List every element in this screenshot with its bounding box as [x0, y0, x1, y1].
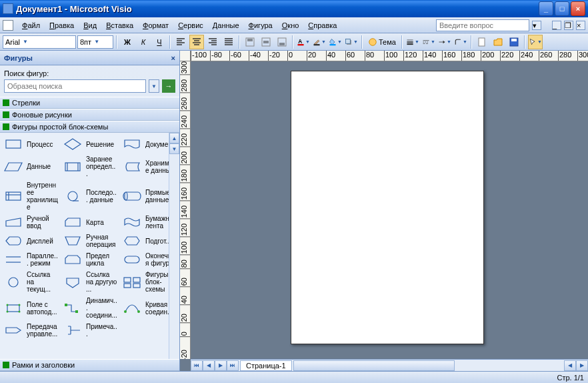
- next-page-button[interactable]: ▶: [215, 360, 227, 371]
- hscroll-track[interactable]: [293, 360, 563, 371]
- bold-button[interactable]: Ж: [120, 35, 135, 49]
- open-button[interactable]: [491, 35, 505, 49]
- search-go-button[interactable]: →: [162, 79, 175, 93]
- page-tab[interactable]: Страница-1: [240, 360, 292, 371]
- align-center-button[interactable]: [189, 35, 204, 49]
- svg-point-34: [7, 310, 9, 312]
- valign-bottom-button[interactable]: [275, 35, 289, 49]
- align-right-button[interactable]: [205, 35, 220, 49]
- menu-сервис[interactable]: Сервис: [173, 19, 208, 31]
- shape-stencil[interactable]: Ручной ввод: [1, 214, 59, 231]
- menu-файл[interactable]: Файл: [17, 19, 45, 31]
- font-color-button[interactable]: A▼: [296, 35, 311, 49]
- category-item[interactable]: Фигуры простой блок-схемы: [0, 121, 179, 133]
- scroll-down-button[interactable]: ▼: [169, 143, 179, 154]
- drawing-area: -100-80-60-40-20020406080100120140160180…: [180, 51, 588, 371]
- shadow-button[interactable]: ▼: [344, 35, 359, 49]
- shape-label: Последо... данные: [86, 189, 117, 204]
- shapes-scrollbar[interactable]: ▲ ▼: [169, 133, 179, 359]
- italic-button[interactable]: К: [136, 35, 151, 49]
- svg-point-38: [124, 310, 127, 313]
- category-item[interactable]: Стрелки: [0, 97, 179, 109]
- first-page-button[interactable]: ⏮: [191, 360, 203, 371]
- shape-stencil[interactable]: Ссылка на текущ...: [1, 270, 59, 294]
- svg-rect-29: [124, 284, 131, 288]
- shape-stencil[interactable]: Решение: [61, 135, 119, 153]
- shape-stencil[interactable]: Ссылка на другую ...: [61, 270, 119, 294]
- valign-middle-button[interactable]: [259, 35, 273, 49]
- font-select[interactable]: Arial▼: [3, 35, 76, 49]
- menu-справка[interactable]: Справка: [303, 19, 341, 31]
- svg-rect-5: [314, 44, 320, 45]
- shapes-list: ПроцессРешениеДокументДанныеЗаранее опре…: [0, 133, 179, 359]
- category-item[interactable]: Рамки и заголовки: [0, 359, 179, 371]
- close-button[interactable]: ×: [571, 1, 585, 16]
- last-page-button[interactable]: ⏭: [227, 360, 239, 371]
- ask-question-input[interactable]: [436, 19, 529, 31]
- maximize-button[interactable]: □: [555, 1, 569, 16]
- theme-button[interactable]: Тема: [365, 35, 399, 49]
- line-pattern-button[interactable]: ▼: [421, 35, 436, 49]
- menu-окно[interactable]: Окно: [277, 19, 304, 31]
- shape-icon: [3, 323, 24, 338]
- scroll-up-button[interactable]: ▲: [169, 133, 179, 143]
- shape-stencil[interactable]: Дисплей: [1, 232, 59, 250]
- shape-stencil[interactable]: Карта: [61, 214, 119, 231]
- shapes-panel-close[interactable]: ×: [171, 54, 175, 62]
- shape-stencil[interactable]: Последо... данные: [61, 180, 119, 212]
- shape-stencil[interactable]: Предел цикла: [61, 251, 119, 268]
- size-select[interactable]: 8пт▼: [77, 35, 113, 49]
- align-justify-button[interactable]: [221, 35, 236, 49]
- shape-label: Процесс: [27, 141, 53, 148]
- doc-close[interactable]: ×: [576, 21, 585, 30]
- shape-search-input[interactable]: [4, 79, 146, 93]
- shape-stencil[interactable]: Процесс: [1, 135, 59, 153]
- menu-вид[interactable]: Вид: [79, 19, 101, 31]
- drawing-page[interactable]: [291, 71, 484, 344]
- shape-label: Подгот...: [145, 238, 171, 245]
- menu-данные[interactable]: Данные: [208, 19, 244, 31]
- underline-button[interactable]: Ч: [152, 35, 167, 49]
- pointer-tool-button[interactable]: ▼: [528, 35, 543, 49]
- menu-вставка[interactable]: Вставка: [101, 19, 138, 31]
- shape-icon: [62, 301, 83, 316]
- doc-restore[interactable]: ❐: [564, 21, 573, 30]
- hscroll-right-button[interactable]: ▶: [576, 360, 588, 371]
- menu-формат[interactable]: Формат: [138, 19, 173, 31]
- valign-top-button[interactable]: [243, 35, 257, 49]
- line-weight-button[interactable]: ▼: [405, 35, 420, 49]
- format-toolbar: Arial▼ 8пт▼ Ж К Ч A▼ ▼ ▼ ▼ Тема ▼ ▼ ▼ ▼ …: [0, 33, 588, 51]
- doc-minimize[interactable]: _: [552, 21, 561, 30]
- align-left-button[interactable]: [173, 35, 188, 49]
- shape-stencil[interactable]: Примеча...: [61, 322, 119, 339]
- corner-rounding-button[interactable]: ▼: [453, 35, 468, 49]
- shape-stencil[interactable]: Заранее определ...: [61, 154, 119, 179]
- category-item[interactable]: Фоновые рисунки: [0, 109, 179, 121]
- fill-color-button[interactable]: ▼: [328, 35, 343, 49]
- hscroll-thumb[interactable]: [293, 360, 455, 371]
- line-ends-button[interactable]: ▼: [437, 35, 452, 49]
- svg-rect-25: [125, 256, 139, 263]
- search-dropdown[interactable]: ▼: [149, 79, 159, 93]
- save-button[interactable]: [507, 35, 521, 49]
- minimize-button[interactable]: _: [539, 1, 553, 16]
- canvas-viewport[interactable]: [191, 61, 588, 359]
- shape-stencil[interactable]: Поле с автопод...: [1, 296, 59, 320]
- shape-label: Карта: [86, 219, 104, 226]
- line-color-button[interactable]: ▼: [312, 35, 327, 49]
- shape-stencil[interactable]: Передача управле...: [1, 322, 59, 339]
- hscroll-left-button[interactable]: ◀: [564, 360, 576, 371]
- doc-icon[interactable]: [3, 20, 13, 31]
- menu-фигура[interactable]: Фигура: [244, 19, 277, 31]
- shape-stencil[interactable]: Внутреннее хранилище: [1, 180, 59, 212]
- shape-icon: [3, 137, 24, 151]
- shape-stencil[interactable]: Динамич... соедини...: [61, 296, 119, 320]
- new-button[interactable]: [475, 35, 489, 49]
- shape-stencil[interactable]: Ручная операция: [61, 232, 119, 250]
- menu-правка[interactable]: Правка: [45, 19, 79, 31]
- app-icon: [3, 3, 13, 14]
- shape-stencil[interactable]: Паралле... режим: [1, 251, 59, 268]
- ask-dropdown[interactable]: ▾: [532, 21, 541, 30]
- prev-page-button[interactable]: ◀: [203, 360, 215, 371]
- shape-stencil[interactable]: Данные: [1, 154, 59, 179]
